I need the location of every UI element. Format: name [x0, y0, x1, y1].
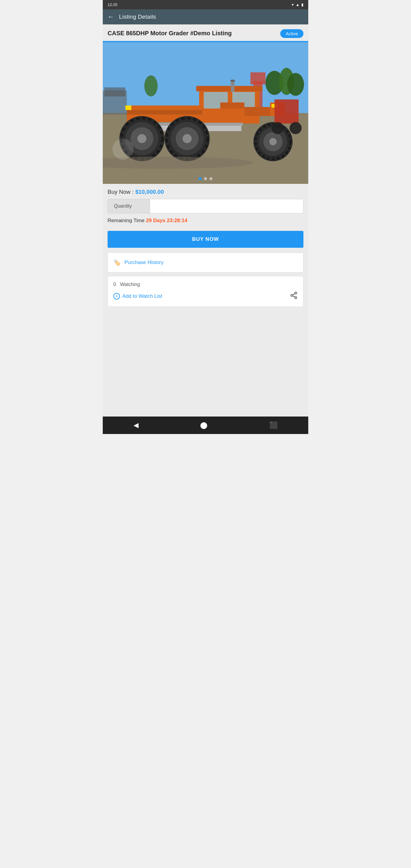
remaining-time-row: Remaining Time 29 Days 23:28:14: [107, 218, 304, 224]
remaining-time-value: 29 Days 23:28:14: [146, 218, 187, 223]
carousel-dot-2[interactable]: [204, 177, 207, 180]
svg-point-38: [230, 80, 235, 82]
carousel-dots: [198, 177, 213, 180]
battery-icon: ▮: [301, 2, 304, 7]
status-badge: Active: [280, 29, 304, 38]
pricing-section: Buy Now : $10,000.00 Quantity Remaining …: [103, 184, 308, 226]
svg-point-42: [272, 122, 284, 134]
watching-label: Watching: [120, 282, 140, 287]
watchlist-card: 0 Watching + Add to Watch List: [107, 276, 304, 307]
listing-image: [103, 42, 308, 184]
title-section: CASE 865DHP Motor Grader #Demo Listing A…: [103, 24, 308, 41]
svg-rect-37: [231, 82, 234, 92]
svg-point-44: [113, 138, 133, 160]
share-icon: [290, 291, 298, 299]
quantity-label: Quantity: [108, 199, 150, 213]
plus-icon: +: [113, 293, 120, 300]
wifi-icon: ▾: [292, 2, 294, 7]
main-content: CASE 865DHP Motor Grader #Demo Listing A…: [103, 24, 308, 416]
svg-point-35: [270, 138, 277, 145]
nav-home-button[interactable]: ⬤: [194, 420, 214, 431]
svg-rect-3: [250, 72, 265, 84]
price-value: $10,000.00: [135, 189, 164, 195]
add-watchlist-label: Add to Watch List: [122, 293, 162, 299]
purchase-history-card[interactable]: 🏷️ Purchase History: [107, 253, 304, 273]
watchlist-actions: + Add to Watch List: [113, 291, 298, 301]
svg-line-49: [292, 293, 295, 295]
app-bar: ← Listing Details: [103, 9, 308, 24]
svg-point-30: [183, 134, 192, 143]
quantity-row: Quantity: [107, 199, 304, 213]
purchase-history-row[interactable]: 🏷️ Purchase History: [108, 253, 303, 272]
quantity-input[interactable]: [150, 199, 303, 213]
nav-recent-button[interactable]: ⬛: [263, 420, 284, 431]
back-button[interactable]: ←: [107, 13, 114, 20]
watching-number: 0: [113, 282, 116, 287]
svg-rect-15: [127, 110, 202, 115]
status-time: 12:25: [107, 2, 118, 7]
svg-line-48: [292, 296, 295, 297]
tag-icon: 🏷️: [113, 259, 121, 266]
listing-title: CASE 865DHP Motor Grader #Demo Listing: [107, 29, 277, 37]
svg-rect-41: [275, 99, 298, 124]
price-row: Buy Now : $10,000.00: [107, 189, 304, 195]
purchase-history-label: Purchase History: [124, 259, 163, 266]
svg-point-43: [290, 122, 302, 134]
svg-point-25: [137, 134, 147, 143]
nav-back-button[interactable]: ◀: [127, 420, 145, 431]
watching-count: 0 Watching: [113, 282, 298, 287]
page-title: Listing Details: [119, 13, 156, 20]
status-icons: ▾ ▲ ▮: [292, 2, 304, 7]
image-carousel[interactable]: [103, 42, 308, 184]
svg-rect-39: [220, 102, 244, 108]
svg-rect-20: [125, 105, 131, 110]
add-to-watchlist-button[interactable]: + Add to Watch List: [113, 293, 162, 300]
svg-rect-14: [196, 86, 262, 91]
nav-bar: ◀ ⬤ ⬛: [103, 416, 308, 434]
svg-point-8: [287, 73, 304, 96]
carousel-dot-1[interactable]: [198, 177, 201, 180]
signal-icon: ▲: [295, 2, 299, 7]
buy-now-label: Buy Now :: [107, 189, 135, 195]
status-bar: 12:25 ▾ ▲ ▮: [103, 0, 308, 9]
svg-rect-5: [104, 87, 125, 96]
remaining-time-label: Remaining Time: [107, 218, 145, 223]
svg-point-9: [144, 75, 158, 96]
buy-now-button[interactable]: BUY NOW: [107, 231, 304, 248]
share-button[interactable]: [290, 291, 298, 301]
carousel-dot-3[interactable]: [210, 177, 213, 180]
